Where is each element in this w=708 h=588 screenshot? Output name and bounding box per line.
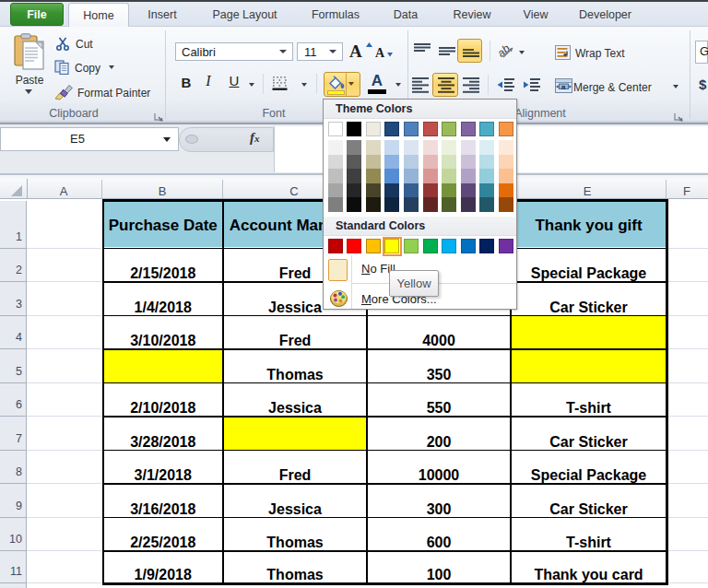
- svg-text:a: a: [561, 83, 566, 91]
- svg-text:A: A: [375, 46, 385, 60]
- svg-text:A: A: [349, 41, 362, 60]
